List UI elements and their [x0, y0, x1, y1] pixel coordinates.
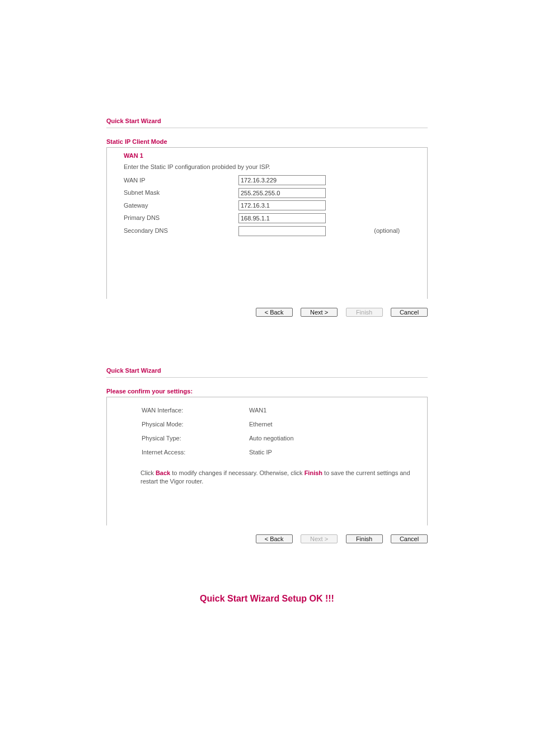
divider	[106, 128, 428, 128]
wan-interface-value: WAN1	[249, 404, 294, 417]
confirm-table: WAN Interface: WAN1 Physical Mode: Ether…	[140, 403, 295, 460]
section-subheading: Static IP Client Mode	[106, 138, 428, 145]
wan-heading: WAN 1	[124, 151, 416, 161]
finish-button: Finish	[346, 308, 383, 317]
gateway-label: Gateway	[124, 199, 238, 212]
secondary-dns-input[interactable]	[238, 226, 326, 236]
internet-access-value: Static IP	[249, 446, 294, 459]
physical-type-value: Auto negotiation	[249, 432, 294, 445]
cancel-button[interactable]: Cancel	[391, 534, 428, 543]
confirm-panel: WAN Interface: WAN1 Physical Mode: Ether…	[106, 397, 428, 525]
physical-mode-value: Ethernet	[249, 418, 294, 431]
note-text: Click	[140, 469, 156, 476]
button-row: < Back Next > Finish Cancel	[106, 525, 428, 543]
wan-ip-input[interactable]	[238, 175, 326, 185]
next-button[interactable]: Next >	[301, 308, 338, 317]
primary-dns-input[interactable]	[238, 213, 326, 223]
wizard-confirm-section: Quick Start Wizard Please confirm your s…	[106, 367, 428, 543]
internet-access-label: Internet Access:	[142, 446, 248, 459]
section-subheading: Please confirm your settings:	[106, 388, 428, 395]
wan-ip-label: WAN IP	[124, 174, 238, 187]
divider	[106, 377, 428, 378]
note-back-word: Back	[156, 469, 170, 476]
subnet-input[interactable]	[238, 188, 326, 198]
secondary-dns-label: Secondary DNS	[124, 225, 238, 238]
ip-form-table: WAN IP Subnet Mask Gateway Primary DNS	[124, 174, 416, 237]
physical-type-label: Physical Type:	[142, 432, 248, 445]
note-text: to modify changes if necessary. Otherwis…	[170, 469, 304, 476]
button-row: < Back Next > Finish Cancel	[106, 299, 428, 317]
wizard-static-ip-section: Quick Start Wizard Static IP Client Mode…	[106, 118, 428, 317]
optional-text: (optional)	[368, 225, 416, 238]
subnet-label: Subnet Mask	[124, 187, 238, 200]
wizard-title: Quick Start Wizard	[106, 118, 428, 124]
primary-dns-label: Primary DNS	[124, 212, 238, 225]
next-button: Next >	[301, 534, 338, 543]
wan-interface-label: WAN Interface:	[142, 404, 248, 417]
note-finish-word: Finish	[305, 469, 322, 476]
confirm-note: Click Back to modify changes if necessar…	[140, 469, 410, 486]
physical-mode-label: Physical Mode:	[142, 418, 248, 431]
instruction-text: Enter the Static IP configuration probid…	[124, 162, 416, 172]
finish-button[interactable]: Finish	[346, 534, 383, 543]
back-button[interactable]: < Back	[256, 534, 293, 543]
static-ip-panel: WAN 1 Enter the Static IP configuration …	[106, 147, 428, 299]
setup-ok-message: Quick Start Wizard Setup OK !!!	[106, 594, 428, 604]
back-button[interactable]: < Back	[256, 308, 293, 317]
cancel-button[interactable]: Cancel	[391, 308, 428, 317]
wizard-title: Quick Start Wizard	[106, 367, 428, 374]
gateway-input[interactable]	[238, 200, 326, 210]
